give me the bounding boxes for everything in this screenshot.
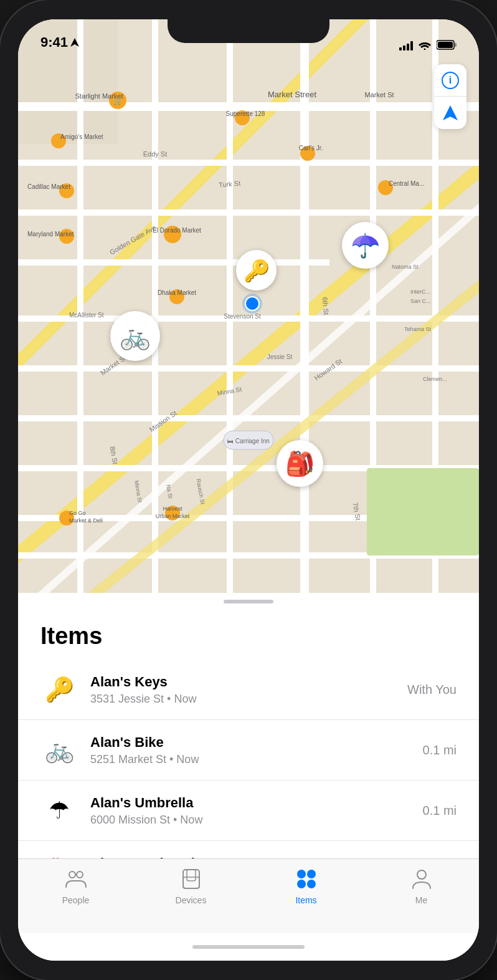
list-area: Items 🔑 Alan's Keys 3531 Jessie St • Now…	[18, 610, 479, 858]
item-emoji-bike: 🚲	[40, 731, 78, 769]
svg-point-89	[307, 880, 316, 888]
svg-text:Clemen...: Clemen...	[423, 376, 447, 382]
map-marker-keys[interactable]: 🔑	[236, 250, 277, 291]
svg-text:🛏 Carriage Inn: 🛏 Carriage Inn	[227, 438, 270, 444]
signal-icon	[399, 39, 413, 50]
item-address-bike: 5251 Market St • Now	[90, 753, 423, 766]
svg-point-81	[69, 872, 75, 878]
tab-me[interactable]: Me	[384, 867, 459, 905]
svg-text:Dhaka Market: Dhaka Market	[158, 289, 196, 296]
svg-text:i: i	[449, 75, 452, 85]
phone-frame: 9:41	[0, 0, 497, 980]
svg-text:El Dorado Market: El Dorado Market	[153, 227, 201, 234]
svg-rect-27	[367, 468, 479, 555]
home-bar	[192, 945, 305, 949]
svg-text:Central Ma...: Central Ma...	[389, 180, 424, 187]
phone-screen: 9:41	[18, 19, 479, 961]
svg-text:Cadillac Market: Cadillac Market	[27, 183, 70, 190]
map-controls: i	[434, 64, 466, 129]
svg-rect-84	[187, 870, 196, 881]
svg-text:San C...: San C...	[410, 298, 431, 304]
item-emoji-keys: 🔑	[40, 671, 78, 708]
svg-text:Superette 128: Superette 128	[226, 110, 265, 117]
svg-point-82	[77, 872, 83, 878]
item-name-umbrella: Alan's Umbrella	[90, 795, 423, 811]
list-item[interactable]: 🚲 Alan's Bike 5251 Market St • Now 0.1 m…	[18, 720, 479, 781]
notch	[168, 19, 329, 43]
svg-text:Urban Market: Urban Market	[156, 513, 190, 519]
people-icon	[64, 867, 88, 891]
svg-text:Market Street: Market Street	[268, 90, 316, 99]
status-icons	[399, 39, 457, 50]
svg-text:6th St: 6th St	[321, 297, 330, 315]
svg-marker-0	[70, 38, 79, 47]
tab-bar: People Devices	[18, 858, 479, 933]
svg-marker-80	[443, 105, 458, 120]
tab-people[interactable]: People	[39, 867, 113, 905]
svg-text:Amigo's Market: Amigo's Market	[60, 133, 103, 140]
svg-text:Stevenson St: Stevenson St	[224, 313, 261, 320]
tab-devices-label: Devices	[176, 895, 207, 905]
svg-rect-3	[455, 43, 457, 47]
map-marker-location	[245, 296, 260, 311]
wifi-icon	[418, 40, 432, 50]
status-time: 9:41	[40, 34, 79, 50]
svg-text:Jessie St: Jessie St	[267, 353, 293, 360]
svg-text:InterC...: InterC...	[410, 289, 430, 295]
drag-bar	[224, 600, 273, 603]
info-icon: i	[442, 72, 459, 89]
me-icon	[409, 867, 434, 891]
svg-text:Market & Deli: Market & Deli	[69, 517, 103, 524]
svg-text:Tehama St: Tehama St	[404, 326, 432, 332]
tab-items[interactable]: Items	[269, 867, 344, 905]
time-display: 9:41	[40, 34, 68, 50]
items-icon	[294, 867, 319, 891]
map-area[interactable]: 🛒	[18, 19, 479, 593]
svg-text:Eddy St: Eddy St	[143, 150, 168, 158]
item-distance-bike: 0.1 mi	[423, 743, 457, 757]
item-name-keys: Alan's Keys	[90, 674, 407, 690]
svg-rect-85	[183, 877, 199, 888]
svg-text:Market St: Market St	[364, 91, 394, 98]
map-location-button[interactable]	[434, 97, 466, 129]
map-marker-backpack[interactable]: 🎒	[277, 440, 323, 487]
tab-devices[interactable]: Devices	[154, 867, 229, 905]
map-background: 🛒	[18, 19, 479, 593]
svg-point-90	[417, 870, 426, 879]
svg-point-88	[297, 880, 306, 888]
svg-point-86	[297, 870, 306, 878]
drag-handle[interactable]	[18, 593, 479, 610]
list-item[interactable]: 🎒 Alan's Backpack 4672 7th St • Now 0.2 …	[18, 841, 479, 858]
map-marker-bike[interactable]: 🚲	[110, 311, 160, 361]
svg-point-87	[307, 870, 316, 878]
list-item[interactable]: 🔑 Alan's Keys 3531 Jessie St • Now With …	[18, 660, 479, 720]
location-arrow-icon	[70, 38, 79, 47]
tab-people-label: People	[62, 895, 90, 905]
svg-text:Go Go: Go Go	[69, 510, 86, 516]
svg-point-1	[424, 49, 426, 50]
svg-text:McAllister St: McAllister St	[69, 312, 104, 319]
list-item[interactable]: ☂ Alan's Umbrella 6000 Mission St • Now …	[18, 781, 479, 841]
item-address-umbrella: 6000 Mission St • Now	[90, 814, 423, 827]
map-marker-umbrella[interactable]: ☂️	[342, 222, 389, 269]
tab-me-label: Me	[415, 895, 427, 905]
item-address-keys: 3531 Jessie St • Now	[90, 693, 407, 706]
svg-text:Harvest: Harvest	[163, 506, 182, 512]
location-icon	[442, 104, 459, 122]
svg-text:Starlight Market: Starlight Market	[75, 92, 123, 100]
svg-text:Maryland Market: Maryland Market	[27, 231, 74, 238]
item-name-bike: Alan's Bike	[90, 734, 423, 751]
item-distance-keys: With You	[407, 683, 457, 697]
svg-rect-4	[438, 42, 453, 48]
map-info-button[interactable]: i	[434, 64, 466, 97]
item-emoji-umbrella: ☂	[40, 792, 78, 829]
battery-icon	[437, 40, 457, 50]
tab-items-label: Items	[295, 895, 316, 905]
items-list: 🔑 Alan's Keys 3531 Jessie St • Now With …	[18, 660, 479, 858]
svg-text:Carl's Jr.: Carl's Jr.	[299, 145, 323, 151]
svg-text:Natoma St: Natoma St	[392, 264, 419, 270]
list-title: Items	[18, 610, 479, 660]
devices-icon	[179, 867, 204, 891]
item-distance-umbrella: 0.1 mi	[423, 804, 457, 818]
item-emoji-backpack: 🎒	[40, 852, 78, 858]
